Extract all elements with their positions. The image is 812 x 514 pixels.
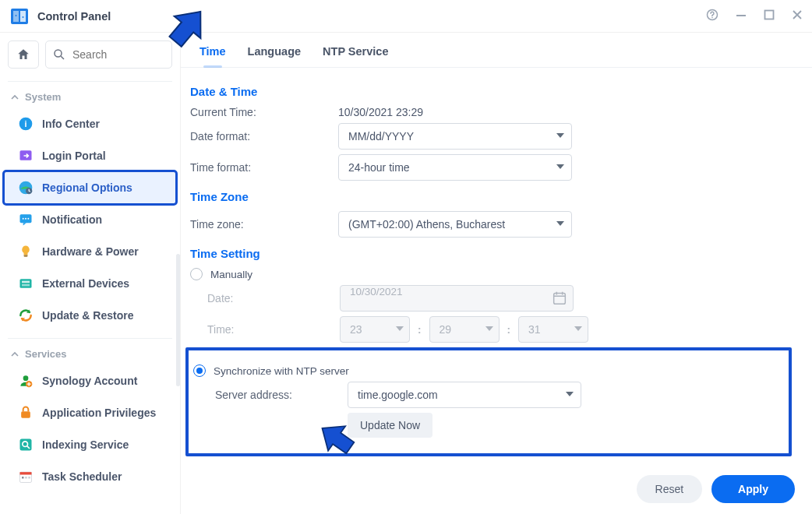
globe-icon <box>17 179 34 196</box>
calendar-icon <box>551 290 568 309</box>
chevron-up-icon <box>11 91 19 103</box>
title-bar: Control Panel <box>0 0 812 33</box>
apply-button[interactable]: Apply <box>711 475 795 503</box>
svg-rect-7 <box>736 15 746 16</box>
select-time-format[interactable]: 24-hour time <box>338 154 572 181</box>
svg-rect-19 <box>24 255 28 257</box>
svg-rect-31 <box>25 477 27 479</box>
sidebar-scrollbar[interactable] <box>176 254 180 386</box>
label-server-address: Server address: <box>215 389 341 401</box>
label-time: Time: <box>207 323 334 336</box>
tab-language[interactable]: Language <box>248 45 301 67</box>
colon: : <box>507 324 511 336</box>
tabs: Time Language NTP Service <box>181 33 812 68</box>
sidebar-item-info-center[interactable]: iInfo Center <box>5 108 175 139</box>
sidebar-item-application-privileges[interactable]: Application Privileges <box>5 397 175 428</box>
main-panel: Time Language NTP Service Date & Time Cu… <box>181 33 812 514</box>
label-current-time: Current Time: <box>190 106 338 118</box>
value-current-time: 10/30/2021 23:29 <box>338 106 423 118</box>
select-second: 31 <box>518 316 588 343</box>
select-date-format[interactable]: MM/dd/YYYY <box>338 123 572 150</box>
info-icon: i <box>17 115 34 132</box>
svg-point-23 <box>23 375 29 381</box>
label-time-zone: Time zone: <box>190 218 338 231</box>
chevron-up-icon <box>11 348 19 360</box>
svg-point-17 <box>25 218 26 220</box>
label-manually: Manually <box>210 269 252 280</box>
section-title-date-time: Date & Time <box>190 85 792 98</box>
maximize-icon[interactable] <box>764 9 775 23</box>
sidebar-item-indexing-service[interactable]: Indexing Service <box>5 429 175 460</box>
bulb-icon <box>17 243 34 260</box>
chevron-down-icon <box>556 164 564 169</box>
select-time-zone[interactable]: (GMT+02:00) Athens, Bucharest <box>338 211 572 238</box>
label-time-format: Time format: <box>190 161 338 174</box>
reset-button[interactable]: Reset <box>637 475 703 503</box>
sidebar-item-external-devices[interactable]: External Devices <box>5 268 175 299</box>
close-icon[interactable] <box>792 9 803 23</box>
sidebar-item-notification[interactable]: Notification <box>5 204 175 235</box>
svg-rect-8 <box>765 11 774 19</box>
select-server-address[interactable]: time.google.com <box>348 382 581 408</box>
label-date-format: Date format: <box>190 130 338 143</box>
radio-manually[interactable] <box>190 268 203 280</box>
sidebar: System iInfo Center Login Portal Regiona… <box>0 33 181 514</box>
svg-rect-22 <box>22 284 30 287</box>
nav-list-services: Synology Account Application Privileges … <box>0 364 180 496</box>
account-icon <box>17 372 34 389</box>
lock-icon <box>17 404 34 421</box>
sidebar-item-hardware-power[interactable]: Hardware & Power <box>5 236 175 267</box>
section-header-system[interactable]: System <box>0 83 180 107</box>
chevron-down-icon <box>566 392 574 396</box>
svg-rect-20 <box>20 279 32 288</box>
annotation-arrow-icon <box>154 0 217 61</box>
window-title: Control Panel <box>37 10 706 23</box>
radio-ntp[interactable] <box>193 364 206 377</box>
input-date: 10/30/2021 <box>340 285 574 312</box>
annotation-arrow-icon <box>312 413 366 467</box>
chat-icon <box>17 211 34 228</box>
chevron-down-icon <box>556 221 564 226</box>
svg-rect-29 <box>20 472 32 474</box>
section-header-services[interactable]: Services <box>0 340 180 364</box>
chevron-down-icon <box>574 326 582 331</box>
svg-rect-32 <box>28 477 30 479</box>
svg-rect-25 <box>21 411 30 417</box>
label-date: Date: <box>207 292 334 305</box>
chevron-down-icon <box>485 326 493 331</box>
minimize-icon[interactable] <box>736 9 747 23</box>
select-minute: 29 <box>429 316 500 343</box>
calendar-icon <box>17 468 34 485</box>
svg-rect-26 <box>20 439 32 451</box>
app-icon <box>9 6 30 26</box>
sidebar-item-task-scheduler[interactable]: Task Scheduler <box>5 461 175 492</box>
svg-rect-30 <box>22 477 24 479</box>
ntp-highlight-box: Synchronize with NTP server Server addre… <box>185 347 792 456</box>
svg-text:i: i <box>24 119 26 128</box>
select-hour: 23 <box>340 316 410 343</box>
refresh-icon <box>17 307 34 324</box>
sidebar-item-update-restore[interactable]: Update & Restore <box>5 300 175 331</box>
label-ntp-sync: Synchronize with NTP server <box>214 365 349 377</box>
svg-rect-21 <box>22 281 30 283</box>
svg-point-18 <box>27 218 29 220</box>
nav-list-system: iInfo Center Login Portal Regional Optio… <box>0 107 180 335</box>
search-icon <box>52 48 66 64</box>
svg-point-4 <box>23 16 24 18</box>
home-button[interactable] <box>8 40 39 69</box>
help-icon[interactable] <box>706 9 718 23</box>
sidebar-item-regional-options[interactable]: Regional Options <box>5 172 175 203</box>
sidebar-item-login-portal[interactable]: Login Portal <box>5 140 175 171</box>
svg-point-9 <box>55 50 62 57</box>
portal-icon <box>17 147 34 164</box>
colon: : <box>418 324 422 336</box>
tab-ntp[interactable]: NTP Service <box>323 45 388 67</box>
svg-point-6 <box>711 17 713 19</box>
svg-point-3 <box>16 15 17 16</box>
divider <box>8 338 172 339</box>
magnify-icon <box>17 436 34 453</box>
drive-icon <box>17 275 34 292</box>
sidebar-item-synology-account[interactable]: Synology Account <box>5 365 175 396</box>
chevron-down-icon <box>556 133 564 138</box>
section-title-time-setting: Time Setting <box>190 247 792 260</box>
